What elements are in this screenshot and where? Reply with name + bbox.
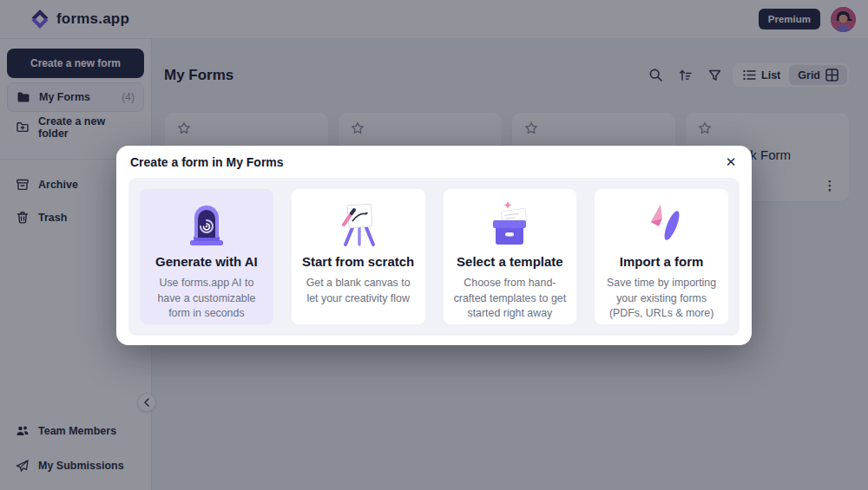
option-description: Choose from hand-crafted templates to ge… xyxy=(454,276,567,322)
import-pen-icon xyxy=(634,199,689,248)
modal-title: Create a form in My Forms xyxy=(130,155,284,169)
option-title: Import a form xyxy=(605,254,718,269)
option-description: Get a blank canvas to let your creativit… xyxy=(302,276,415,306)
option-import-form[interactable]: Import a form Save time by importing you… xyxy=(595,189,728,324)
option-generate-with-ai[interactable]: Generate with AI Use forms.app AI to hav… xyxy=(140,189,273,324)
option-start-from-scratch[interactable]: Start from scratch Get a blank canvas to… xyxy=(292,189,425,324)
option-description: Save time by importing your existing for… xyxy=(605,276,718,322)
option-title: Start from scratch xyxy=(302,254,415,269)
option-select-template[interactable]: Select a template Choose from hand-craft… xyxy=(444,189,577,324)
option-title: Select a template xyxy=(454,254,567,269)
template-box-icon xyxy=(482,199,537,248)
option-title: Generate with AI xyxy=(150,254,263,269)
easel-icon xyxy=(331,199,386,248)
modal-close-button[interactable]: ✕ xyxy=(722,154,740,171)
create-form-modal: Create a form in My Forms ✕ Generate wit… xyxy=(116,146,752,345)
ai-portal-icon xyxy=(179,199,234,248)
option-description: Use forms.app AI to have a customizable … xyxy=(150,276,263,322)
modal-options-panel: Generate with AI Use forms.app AI to hav… xyxy=(128,178,740,336)
